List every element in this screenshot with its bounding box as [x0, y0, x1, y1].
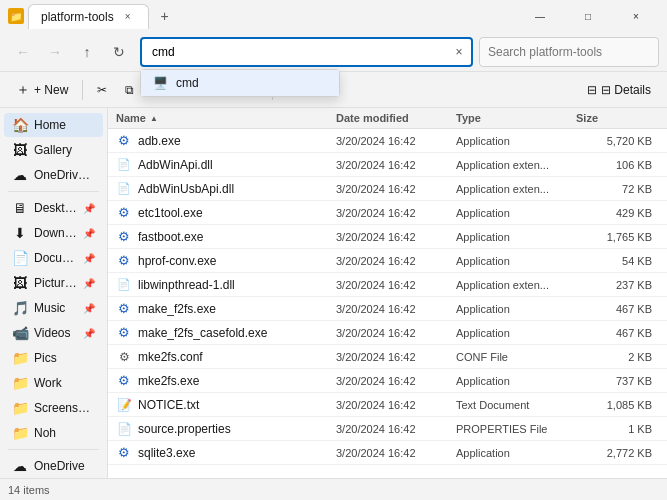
autocomplete-item[interactable]: 🖥️ cmd	[141, 70, 339, 96]
sidebar-item-downloads[interactable]: ⬇ Downloads 📌	[4, 221, 103, 245]
file-type: Application	[456, 207, 576, 219]
table-row[interactable]: 📄 AdbWinApi.dll 3/20/2024 16:42 Applicat…	[108, 153, 667, 177]
copy-button[interactable]: ⧉	[117, 76, 142, 104]
file-size: 467 KB	[576, 303, 656, 315]
sidebar-label-onedrive2: OneDrive	[34, 459, 95, 473]
cmd-separator-1	[82, 80, 83, 100]
table-row[interactable]: 📄 libwinpthread-1.dll 3/20/2024 16:42 Ap…	[108, 273, 667, 297]
sidebar-item-pictures[interactable]: 🖼 Pictures 📌	[4, 271, 103, 295]
file-size: 1,085 KB	[576, 399, 656, 411]
autocomplete-label: cmd	[176, 76, 199, 90]
back-button[interactable]: ←	[8, 37, 38, 67]
forward-button[interactable]: →	[40, 37, 70, 67]
table-row[interactable]: ⚙ etc1tool.exe 3/20/2024 16:42 Applicati…	[108, 201, 667, 225]
cut-icon: ✂	[97, 83, 107, 97]
sidebar-item-screenshots[interactable]: 📁 Screenshots	[4, 396, 103, 420]
up-button[interactable]: ↑	[72, 37, 102, 67]
tab-platform-tools[interactable]: platform-tools ×	[28, 4, 149, 29]
table-row[interactable]: ⚙ make_f2fs.exe 3/20/2024 16:42 Applicat…	[108, 297, 667, 321]
table-row[interactable]: ⚙ hprof-conv.exe 3/20/2024 16:42 Applica…	[108, 249, 667, 273]
table-row[interactable]: ⚙ adb.exe 3/20/2024 16:42 Application 5,…	[108, 129, 667, 153]
close-button[interactable]: ×	[613, 0, 659, 32]
sidebar-item-noh[interactable]: 📁 Noh	[4, 421, 103, 445]
file-size: 1,765 KB	[576, 231, 656, 243]
header-size[interactable]: Size	[576, 112, 656, 124]
file-date: 3/20/2024 16:42	[336, 255, 456, 267]
search-input[interactable]	[479, 37, 659, 67]
file-date: 3/20/2024 16:42	[336, 399, 456, 411]
table-row[interactable]: ⚙ fastboot.exe 3/20/2024 16:42 Applicati…	[108, 225, 667, 249]
sidebar-item-onedrive2[interactable]: ☁ OneDrive	[4, 454, 103, 478]
sidebar-item-videos[interactable]: 📹 Videos 📌	[4, 321, 103, 345]
file-icon: ⚙	[116, 325, 132, 341]
pin-icon: 📌	[83, 328, 95, 339]
file-type: Application exten...	[456, 279, 576, 291]
file-type: Application	[456, 135, 576, 147]
address-bar-container: × 🖥️ cmd	[140, 37, 473, 67]
sidebar-item-work[interactable]: 📁 Work	[4, 371, 103, 395]
sidebar-label-desktop: Desktop	[34, 201, 77, 215]
header-date[interactable]: Date modified	[336, 112, 456, 124]
file-type: PROPERTIES File	[456, 423, 576, 435]
sidebar-label-noh: Noh	[34, 426, 95, 440]
sidebar-icon-videos: 📹	[12, 325, 28, 341]
sidebar-label-gallery: Gallery	[34, 143, 95, 157]
sidebar-label-downloads: Downloads	[34, 226, 77, 240]
sidebar-separator	[8, 191, 99, 192]
sidebar-item-onedrive[interactable]: ☁ OneDrive - Pers...	[4, 163, 103, 187]
cut-button[interactable]: ✂	[89, 76, 115, 104]
file-type: Application	[456, 375, 576, 387]
tab-close-button[interactable]: ×	[120, 9, 136, 25]
header-name[interactable]: Name ▲	[116, 112, 336, 124]
sidebar-item-home[interactable]: 🏠 Home	[4, 113, 103, 137]
file-icon: 📄	[116, 157, 132, 173]
sidebar-item-desktop[interactable]: 🖥 Desktop 📌	[4, 196, 103, 220]
table-row[interactable]: 📄 source.properties 3/20/2024 16:42 PROP…	[108, 417, 667, 441]
file-icon: ⚙	[116, 349, 132, 365]
file-name: mke2fs.exe	[138, 374, 336, 388]
sidebar-item-pics[interactable]: 📁 Pics	[4, 346, 103, 370]
table-row[interactable]: ⚙ make_f2fs_casefold.exe 3/20/2024 16:42…	[108, 321, 667, 345]
file-name: hprof-conv.exe	[138, 254, 336, 268]
table-row[interactable]: 📄 AdbWinUsbApi.dll 3/20/2024 16:42 Appli…	[108, 177, 667, 201]
new-button[interactable]: ＋ + New	[8, 76, 76, 104]
file-type: Application exten...	[456, 159, 576, 171]
table-row[interactable]: 📝 NOTICE.txt 3/20/2024 16:42 Text Docume…	[108, 393, 667, 417]
title-bar: 📁 platform-tools × + — □ ×	[0, 0, 667, 32]
address-input[interactable]	[140, 37, 473, 67]
sidebar-icon-screenshots: 📁	[12, 400, 28, 416]
sidebar-icon-onedrive2: ☁	[12, 458, 28, 474]
minimize-button[interactable]: —	[517, 0, 563, 32]
file-date: 3/20/2024 16:42	[336, 327, 456, 339]
pin-icon: 📌	[83, 303, 95, 314]
file-icon: ⚙	[116, 445, 132, 461]
file-name: sqlite3.exe	[138, 446, 336, 460]
sidebar-item-documents[interactable]: 📄 Documents 📌	[4, 246, 103, 270]
file-name: libwinpthread-1.dll	[138, 278, 336, 292]
table-row[interactable]: ⚙ sqlite3.exe 3/20/2024 16:42 Applicatio…	[108, 441, 667, 465]
refresh-button[interactable]: ↻	[104, 37, 134, 67]
file-area: Name ▲ Date modified Type Size ⚙ adb.exe…	[108, 108, 667, 478]
new-tab-button[interactable]: +	[153, 4, 177, 28]
sidebar-label-home: Home	[34, 118, 95, 132]
file-type: Text Document	[456, 399, 576, 411]
file-date: 3/20/2024 16:42	[336, 159, 456, 171]
file-size: 2 KB	[576, 351, 656, 363]
file-type: Application	[456, 255, 576, 267]
header-type[interactable]: Type	[456, 112, 576, 124]
file-size: 106 KB	[576, 159, 656, 171]
address-clear-button[interactable]: ×	[449, 42, 469, 62]
sidebar-label-screenshots: Screenshots	[34, 401, 95, 415]
file-name: make_f2fs_casefold.exe	[138, 326, 336, 340]
table-row[interactable]: ⚙ mke2fs.exe 3/20/2024 16:42 Application…	[108, 369, 667, 393]
table-row[interactable]: ⚙ mke2fs.conf 3/20/2024 16:42 CONF File …	[108, 345, 667, 369]
sidebar-item-music[interactable]: 🎵 Music 📌	[4, 296, 103, 320]
file-list: ⚙ adb.exe 3/20/2024 16:42 Application 5,…	[108, 129, 667, 478]
maximize-button[interactable]: □	[565, 0, 611, 32]
sidebar-item-gallery[interactable]: 🖼 Gallery	[4, 138, 103, 162]
file-icon: ⚙	[116, 133, 132, 149]
details-button[interactable]: ⊟ ⊟ Details	[579, 76, 659, 104]
pin-icon: 📌	[83, 278, 95, 289]
new-icon: ＋	[16, 81, 30, 99]
toolbar: ← → ↑ ↻ × 🖥️ cmd	[0, 32, 667, 72]
